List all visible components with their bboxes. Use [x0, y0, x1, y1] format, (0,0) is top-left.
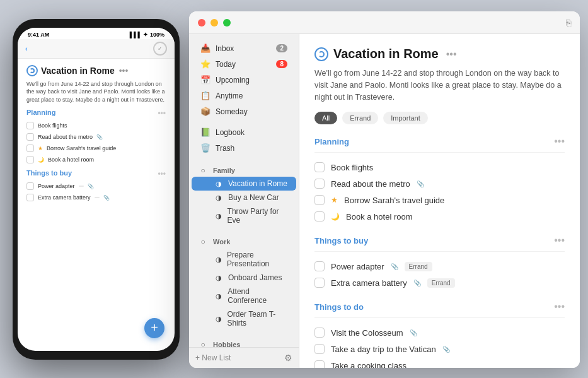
sidebar-sub-throw-party[interactable]: ◑ Throw Party for Eve [192, 204, 296, 227]
inbox-badge: 2 [276, 44, 287, 52]
phone-task[interactable]: ★ Borrow Sarah's travel guide [26, 143, 166, 154]
sidebar-sub-label: Prepare Presentation [227, 251, 287, 268]
detail-checkbox[interactable] [314, 179, 325, 189]
sidebar-sub-buy-car[interactable]: ◑ Buy a New Car [192, 191, 296, 204]
traffic-light-fullscreen[interactable] [223, 19, 231, 27]
phone-task[interactable]: Power adapter 📎 [26, 180, 166, 192]
sidebar-item-someday[interactable]: 📦 Someday [192, 103, 296, 119]
phone-task[interactable]: Read about the metro 📎 [26, 131, 166, 143]
detail-section-buy-header: Things to buy ••• [314, 235, 565, 246]
phone-screen: 9:41 AM ▌▌▌ ✦ 100% ‹ ✓ Vacation in Rome … [18, 28, 175, 351]
detail-checkbox[interactable] [314, 344, 325, 354]
phone-checkbox[interactable] [26, 145, 34, 152]
clip-icon: 📎 [417, 180, 424, 187]
phone-project-icon [26, 65, 38, 76]
detail-task-label: Power adapter [331, 262, 384, 271]
detail-task[interactable]: Extra camera battery 📎 Errand [314, 275, 565, 291]
trash-icon: 🗑️ [200, 143, 210, 153]
window-titlebar: ⎘ [189, 11, 580, 34]
sidebar-item-trash[interactable]: 🗑️ Trash [192, 140, 296, 156]
detail-divider [314, 251, 565, 252]
detail-checkbox[interactable] [314, 195, 325, 205]
sidebar-content: 📥 Inbox 2 ⭐ Today 8 📅 Upcoming 📋 Anytime [189, 34, 299, 347]
detail-task-label: Book flights [331, 163, 373, 172]
detail-section-dots[interactable]: ••• [554, 136, 565, 147]
sidebar-sub-order-tshirts[interactable]: ◑ Order Team T-Shirts [192, 307, 296, 330]
traffic-light-close[interactable] [198, 19, 205, 27]
detail-project-icon-inner [318, 51, 325, 57]
phone-task[interactable]: Book flights [26, 120, 166, 131]
clip-icon: 📎 [442, 346, 450, 353]
detail-checkbox[interactable] [314, 211, 325, 221]
phone-time: 9:41 AM [28, 32, 49, 38]
project-icon: ◑ [216, 274, 224, 282]
sidebar-sub-prepare-presentation[interactable]: ◑ Prepare Presentation [192, 248, 296, 271]
phone-nav-bar: ‹ ✓ [18, 39, 175, 59]
detail-checkbox[interactable] [314, 162, 325, 172]
detail-task-label: Visit the Colosseum [331, 328, 403, 338]
detail-checkbox[interactable] [314, 261, 325, 271]
sidebar-item-logbook[interactable]: 📗 Logbook [192, 124, 296, 140]
phone-check-button[interactable]: ✓ [153, 42, 167, 56]
sidebar-label-anytime: Anytime [216, 92, 287, 100]
phone-dots[interactable]: ••• [119, 66, 129, 76]
sidebar-item-upcoming[interactable]: 📅 Upcoming [192, 72, 296, 88]
project-icon: ◑ [216, 256, 223, 264]
phone-fab-button[interactable]: + [144, 318, 164, 338]
phone-checkbox[interactable] [26, 156, 34, 163]
detail-ellipsis[interactable]: ••• [446, 49, 457, 60]
settings-icon[interactable]: ⚙ [284, 353, 292, 363]
tag-important[interactable]: Important [383, 112, 427, 124]
sidebar-section-work-label: Work [213, 238, 230, 245]
detail-task-label: Borrow Sarah's travel guide [344, 196, 444, 205]
clip-icon: 📎 [413, 280, 421, 286]
detail-checkbox[interactable] [314, 328, 325, 338]
detail-task[interactable]: Take a day trip to the Vatican 📎 [314, 341, 565, 357]
sidebar-sub-vacation-rome[interactable]: ◑ Vacation in Rome [192, 177, 296, 191]
detail-task[interactable]: ★ Borrow Sarah's travel guide [314, 192, 565, 208]
phone-back-button[interactable]: ‹ [25, 45, 28, 52]
detail-task[interactable]: Take a cooking class [314, 357, 565, 368]
window-body: 📥 Inbox 2 ⭐ Today 8 📅 Upcoming 📋 Anytime [189, 34, 580, 368]
phone-checkbox[interactable] [26, 133, 34, 141]
window-copy-icon[interactable]: ⎘ [566, 18, 571, 28]
phone-checkbox[interactable] [26, 122, 34, 129]
moon-icon: 🌙 [331, 213, 340, 221]
project-icon: ◑ [216, 194, 224, 202]
phone-checkbox[interactable] [26, 194, 34, 201]
detail-checkbox[interactable] [314, 278, 325, 288]
detail-task[interactable]: Power adapter 📎 Errand [314, 258, 565, 275]
phone-task[interactable]: 🌙 Book a hotel room [26, 154, 166, 165]
phone-body: 9:41 AM ▌▌▌ ✦ 100% ‹ ✓ Vacation in Rome … [13, 19, 180, 360]
errand-tag [95, 197, 100, 198]
sidebar-section-family: ○ Family ◑ Vacation in Rome ◑ Buy a New … [189, 162, 299, 227]
detail-task[interactable]: Read about the metro 📎 [314, 175, 565, 192]
traffic-light-minimize[interactable] [210, 19, 218, 27]
detail-section-dots[interactable]: ••• [554, 235, 565, 246]
sidebar-section-work-header: ○ Work [189, 233, 299, 248]
detail-task[interactable]: Book flights [314, 159, 565, 175]
phone-task[interactable]: Extra camera battery 📎 [26, 192, 166, 203]
logbook-icon: 📗 [200, 127, 210, 137]
phone-checkbox[interactable] [26, 182, 34, 190]
sidebar-item-inbox[interactable]: 📥 Inbox 2 [192, 40, 296, 56]
detail-task[interactable]: 🌙 Book a hotel room [314, 208, 565, 225]
sidebar-sub-label: Attend Conference [228, 287, 287, 305]
detail-checkbox[interactable] [314, 360, 325, 368]
sidebar-item-anytime[interactable]: 📋 Anytime [192, 88, 296, 103]
detail-section-todo-title: Things to do [314, 302, 364, 312]
sidebar-sub-onboard-james[interactable]: ◑ Onboard James [192, 271, 296, 285]
new-list-button[interactable]: + New List [195, 353, 231, 362]
sidebar-sub-attend-conference[interactable]: ◑ Attend Conference [192, 285, 296, 307]
detail-task-label: Extra camera battery [331, 278, 407, 288]
tag-all[interactable]: All [314, 112, 337, 124]
sidebar-footer: + New List ⚙ [189, 347, 299, 368]
detail-task[interactable]: Visit the Colosseum 📎 [314, 324, 565, 341]
sidebar-item-today[interactable]: ⭐ Today 8 [192, 56, 296, 72]
detail-section-dots[interactable]: ••• [554, 301, 565, 312]
tag-errand[interactable]: Errand [342, 112, 378, 124]
sidebar-label-today: Today [216, 60, 271, 69]
sidebar-section-hobbies-header: ○ Hobbies [189, 336, 299, 347]
project-icon: ◑ [216, 180, 224, 188]
detail-task-label: Take a cooking class [331, 361, 406, 368]
